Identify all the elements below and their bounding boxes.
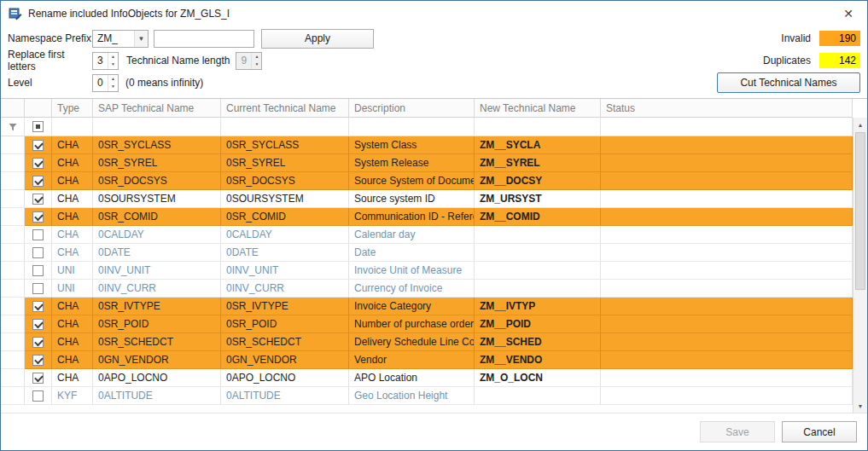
cell-new-technical-name	[475, 244, 601, 262]
row-indicator	[1, 262, 25, 280]
form-right: Invalid 190 Duplicates 142 Cut Technical…	[717, 27, 860, 95]
cell-status	[601, 351, 853, 369]
row-checkbox[interactable]	[32, 229, 44, 240]
column-header-current-technical-name[interactable]: Current Technical Name	[221, 99, 349, 118]
row-indicator	[1, 387, 25, 405]
filter-row	[1, 118, 853, 136]
cell-new-technical-name: ZM__IVTYP	[475, 298, 601, 315]
row-checkbox[interactable]	[32, 194, 44, 205]
row-checkbox-cell	[25, 244, 52, 262]
row-checkbox[interactable]	[32, 373, 44, 384]
table-row[interactable]: UNI 0INV_CURR 0INV_CURR Currency of Invo…	[1, 280, 853, 298]
scrollbar-track[interactable]	[853, 131, 867, 399]
table-row[interactable]: CHA 0SR_POID 0SR_POID Number of purchase…	[1, 315, 853, 333]
row-indicator	[1, 333, 25, 351]
table-row[interactable]: UNI 0INV_UNIT 0INV_UNIT Invoice Unit of …	[1, 262, 853, 280]
column-header-sap-technical-name[interactable]: SAP Technical Name	[93, 99, 221, 118]
select-all-checkbox[interactable]	[32, 121, 44, 132]
filter-cell-description[interactable]	[349, 118, 475, 136]
table-row[interactable]: CHA 0SR_SCHEDCT 0SR_SCHEDCT Delivery Sch…	[1, 333, 853, 351]
table-row[interactable]: KYF 0ALTITUDE 0ALTITUDE Geo Location Hei…	[1, 387, 853, 405]
table-row[interactable]: CHA 0CALDAY 0CALDAY Calendar day	[1, 226, 853, 244]
table-row[interactable]: CHA 0SR_DOCSYS 0SR_DOCSYS Source System …	[1, 172, 853, 190]
row-checkbox[interactable]	[32, 211, 44, 223]
cell-new-technical-name: ZM_O_LOCN	[475, 369, 601, 387]
table-row[interactable]: CHA 0SR_IVTYPE 0SR_IVTYPE Invoice Catego…	[1, 298, 853, 315]
row-indicator	[1, 190, 25, 208]
cell-current-technical-name: 0GN_VENDOR	[221, 351, 349, 369]
row-checkbox[interactable]	[32, 319, 44, 330]
column-header-new-technical-name[interactable]: New Technical Name	[475, 99, 601, 118]
header-checkbox-cell	[25, 99, 52, 118]
replace-first-letters-stepper[interactable]: 3 ▲▼	[92, 52, 119, 70]
grid-header-row: Type SAP Technical Name Current Technica…	[1, 99, 853, 118]
row-checkbox[interactable]	[32, 176, 44, 187]
cell-new-technical-name	[475, 280, 601, 298]
row-checkbox[interactable]	[32, 337, 44, 348]
cell-type: UNI	[52, 280, 93, 298]
spin-up-icon[interactable]: ▲	[108, 53, 118, 61]
duplicates-count-badge: 142	[819, 53, 860, 68]
close-icon[interactable]: ✕	[837, 6, 859, 21]
scroll-up-icon[interactable]: ▲	[853, 118, 867, 131]
select-all-cell[interactable]	[25, 118, 52, 136]
row-indicator	[1, 136, 25, 154]
level-stepper[interactable]: 0 ▲▼	[92, 74, 119, 92]
cell-description: System Class	[349, 136, 475, 154]
cell-type: CHA	[52, 154, 93, 172]
filter-icon-cell[interactable]	[1, 118, 25, 136]
row-checkbox[interactable]	[32, 247, 44, 258]
filter-cell-new-name[interactable]	[475, 118, 601, 136]
apply-button[interactable]: Apply	[261, 29, 374, 49]
vertical-scrollbar[interactable]: ▲ ▼	[853, 118, 867, 413]
table-row[interactable]: CHA 0SR_COMID 0SR_COMID Communication ID…	[1, 208, 853, 226]
column-header-type[interactable]: Type	[52, 99, 93, 118]
row-checkbox[interactable]	[32, 301, 44, 312]
save-button[interactable]: Save	[700, 421, 775, 442]
cut-technical-names-button[interactable]: Cut Technical Names	[717, 72, 860, 93]
table-row[interactable]: CHA 0SR_SYREL 0SR_SYREL System Release Z…	[1, 154, 853, 172]
cell-type: CHA	[52, 298, 93, 315]
row-checkbox[interactable]	[32, 390, 44, 402]
table-row[interactable]: CHA 0APO_LOCNO 0APO_LOCNO APO Location Z…	[1, 369, 853, 387]
cell-sap-technical-name: 0DATE	[93, 244, 221, 262]
table-row[interactable]: CHA 0SOURSYSTEM 0SOURSYSTEM Source syste…	[1, 190, 853, 208]
cell-type: CHA	[52, 333, 93, 351]
column-header-status[interactable]: Status	[601, 99, 853, 118]
filter-cell-status[interactable]	[601, 118, 853, 136]
scroll-down-icon[interactable]: ▼	[853, 399, 867, 413]
cell-new-technical-name: ZM_URSYST	[475, 190, 601, 208]
stepper-arrows[interactable]: ▲▼	[108, 53, 118, 69]
namespace-suffix-input[interactable]	[154, 30, 254, 48]
spin-down-icon[interactable]: ▼	[108, 61, 118, 69]
table-row[interactable]: CHA 0SR_SYCLASS 0SR_SYCLASS System Class…	[1, 136, 853, 154]
row-checkbox[interactable]	[32, 355, 44, 366]
stepper-arrows[interactable]: ▲▼	[108, 75, 118, 91]
cell-new-technical-name: ZM__SYREL	[475, 154, 601, 172]
filter-cell-type[interactable]	[52, 118, 93, 136]
spin-down-icon[interactable]: ▼	[108, 83, 118, 91]
row-checkbox[interactable]	[32, 265, 44, 276]
row-checkbox[interactable]	[32, 158, 44, 169]
table-row[interactable]: CHA 0GN_VENDOR 0GN_VENDOR Vendor ZM__VEN…	[1, 351, 853, 369]
filter-cell-sap-name[interactable]	[93, 118, 221, 136]
header-indicator-cell	[1, 99, 25, 118]
column-header-description[interactable]: Description	[349, 99, 475, 118]
cell-current-technical-name: 0CALDAY	[221, 226, 349, 244]
cancel-button[interactable]: Cancel	[782, 421, 857, 442]
chevron-down-icon[interactable]: ▼	[134, 31, 148, 47]
row-checkbox[interactable]	[32, 140, 44, 151]
table-row[interactable]: CHA 0DATE 0DATE Date	[1, 244, 853, 262]
row-indicator	[1, 315, 25, 333]
filter-cell-current-name[interactable]	[221, 118, 349, 136]
technical-name-length-value: 9	[236, 53, 251, 69]
row-checkbox[interactable]	[32, 283, 44, 294]
cell-sap-technical-name: 0CALDAY	[93, 226, 221, 244]
scrollbar-thumb[interactable]	[855, 132, 865, 290]
row-checkbox-cell	[25, 226, 52, 244]
replace-first-letters-label: Replace first letters	[8, 49, 92, 72]
spin-up-icon[interactable]: ▲	[108, 75, 118, 84]
rename-infoobjects-dialog: Rename included InfoObjects for ZM_GLS_I…	[0, 0, 868, 451]
filter-funnel-icon	[8, 122, 18, 132]
namespace-prefix-combo[interactable]: ZM_ ▼	[92, 30, 149, 48]
